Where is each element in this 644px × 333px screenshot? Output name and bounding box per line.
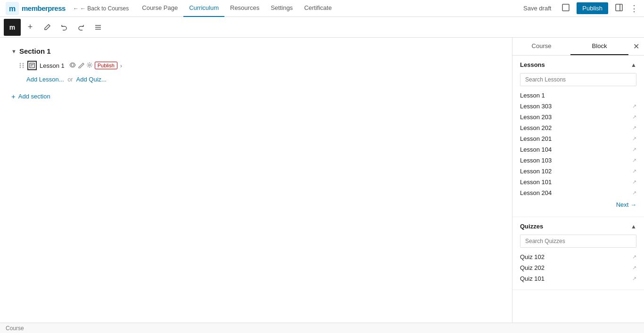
svg-point-10 bbox=[20, 65, 21, 66]
content-area: ▼ Section 1 Lesson 1 bbox=[0, 38, 512, 323]
add-lesson-link[interactable]: Add Lesson... bbox=[26, 76, 64, 83]
lesson-item-name: Lesson 101 bbox=[520, 179, 552, 186]
add-block-button[interactable]: + bbox=[23, 20, 38, 35]
panel-toggle-button[interactable] bbox=[612, 1, 626, 16]
external-link-icon: ↗ bbox=[632, 125, 636, 131]
lesson-item-8[interactable]: Lesson 102 ↗ bbox=[520, 166, 636, 177]
section-header: ▼ Section 1 bbox=[11, 47, 501, 55]
external-link-icon: ↗ bbox=[632, 103, 636, 109]
external-link-icon: ↗ bbox=[632, 146, 636, 153]
quiz-item-1[interactable]: Quiz 102 ↗ bbox=[520, 252, 636, 262]
lesson-more-button[interactable]: › bbox=[120, 62, 122, 69]
editor-toolbar: m + bbox=[0, 17, 644, 38]
lessons-section-header: Lessons ▲ bbox=[520, 61, 636, 68]
redo-button[interactable] bbox=[74, 20, 89, 35]
lesson-item-1[interactable]: Lesson 1 bbox=[520, 90, 636, 101]
quizzes-panel-section: Quizzes ▲ Quiz 102 ↗ Quiz 202 ↗ Quiz 101… bbox=[512, 217, 644, 290]
quiz-item-3[interactable]: Quiz 101 ↗ bbox=[520, 273, 636, 284]
svg-rect-14 bbox=[30, 63, 34, 68]
pencil-icon bbox=[43, 24, 51, 31]
quizzes-toggle-icon[interactable]: ▲ bbox=[631, 223, 636, 230]
back-link[interactable]: ← ← Back to Courses bbox=[73, 5, 129, 12]
panel-close-button[interactable]: ✕ bbox=[628, 38, 644, 55]
panel-body: Lessons ▲ Lesson 1 Lesson 303 ↗ Lesson 2… bbox=[512, 56, 644, 323]
search-lessons-input[interactable] bbox=[520, 73, 636, 86]
quiz-item-name: Quiz 101 bbox=[520, 275, 545, 282]
add-section-label: Add section bbox=[18, 93, 50, 100]
tab-curriculum[interactable]: Curriculum bbox=[183, 0, 224, 17]
lesson-item-5[interactable]: Lesson 201 ↗ bbox=[520, 133, 636, 144]
quiz-item-name: Quiz 102 bbox=[520, 253, 545, 260]
svg-point-11 bbox=[23, 65, 24, 66]
panel-header: Course Block ✕ bbox=[512, 38, 644, 56]
lesson-item-name: Lesson 303 bbox=[520, 103, 552, 110]
back-arrow-icon: ← bbox=[73, 5, 79, 12]
tab-course-page[interactable]: Course Page bbox=[136, 0, 183, 17]
preview-icon bbox=[561, 3, 570, 12]
lessons-toggle-icon[interactable]: ▲ bbox=[631, 62, 636, 68]
lesson-item-name: Lesson 1 bbox=[520, 92, 545, 99]
panel-tab-course[interactable]: Course bbox=[512, 38, 570, 55]
quiz-item-name: Quiz 202 bbox=[520, 264, 545, 271]
search-quizzes-input[interactable] bbox=[520, 235, 636, 248]
add-section-row[interactable]: + Add section bbox=[11, 92, 501, 100]
tools-button[interactable] bbox=[40, 20, 55, 35]
edit-icon[interactable] bbox=[78, 62, 84, 70]
lesson-item-2[interactable]: Lesson 303 ↗ bbox=[520, 101, 636, 112]
list-view-button[interactable] bbox=[91, 20, 106, 35]
list-icon bbox=[94, 24, 102, 31]
lesson-item-4[interactable]: Lesson 202 ↗ bbox=[520, 122, 636, 133]
lesson-item-name: Lesson 103 bbox=[520, 157, 552, 164]
preview-button[interactable] bbox=[559, 1, 573, 16]
more-options-button[interactable]: ⋮ bbox=[630, 3, 638, 14]
panel-icon bbox=[615, 3, 623, 12]
lesson-item-6[interactable]: Lesson 104 ↗ bbox=[520, 144, 636, 155]
view-icon[interactable] bbox=[69, 62, 76, 70]
block-inserter-button[interactable]: m bbox=[4, 19, 21, 36]
lesson-item-name: Lesson 102 bbox=[520, 168, 552, 175]
tab-certificate[interactable]: Certificate bbox=[298, 0, 338, 17]
lesson-item-name: Lesson 203 bbox=[520, 114, 552, 121]
lesson-item-name: Lesson 104 bbox=[520, 146, 552, 153]
save-draft-button[interactable]: Save draft bbox=[520, 3, 555, 14]
lesson-item-name: Lesson 204 bbox=[520, 189, 552, 196]
add-quiz-link[interactable]: Add Quiz... bbox=[76, 76, 107, 83]
undo-button[interactable] bbox=[57, 20, 72, 35]
lesson-item-10[interactable]: Lesson 204 ↗ bbox=[520, 187, 636, 198]
external-link-icon: ↗ bbox=[632, 254, 636, 260]
tab-resources[interactable]: Resources bbox=[224, 0, 265, 17]
undo-icon bbox=[60, 24, 68, 31]
svg-point-8 bbox=[20, 63, 21, 65]
lesson-action-icons: Publish bbox=[69, 62, 117, 70]
svg-point-18 bbox=[89, 64, 91, 66]
external-link-icon: ↗ bbox=[632, 168, 636, 174]
section-title: Section 1 bbox=[19, 47, 51, 55]
external-link-icon: ↗ bbox=[632, 114, 636, 120]
svg-point-13 bbox=[23, 67, 24, 68]
svg-point-17 bbox=[71, 64, 74, 66]
drag-handle[interactable] bbox=[19, 62, 25, 69]
status-bar: Course bbox=[0, 323, 644, 333]
lessons-next-link[interactable]: Next → bbox=[520, 198, 636, 211]
svg-rect-3 bbox=[616, 4, 622, 11]
publish-status-badge[interactable]: Publish bbox=[95, 62, 117, 69]
lesson-item-9[interactable]: Lesson 101 ↗ bbox=[520, 177, 636, 187]
add-section-plus-icon: + bbox=[11, 92, 16, 100]
settings-icon[interactable] bbox=[86, 62, 93, 70]
quizzes-section-header: Quizzes ▲ bbox=[520, 223, 636, 230]
lesson-item-3[interactable]: Lesson 203 ↗ bbox=[520, 112, 636, 122]
external-link-icon: ↗ bbox=[632, 157, 636, 163]
or-separator: or bbox=[67, 76, 73, 83]
section-toggle[interactable]: ▼ bbox=[11, 49, 17, 54]
svg-text:m: m bbox=[9, 5, 16, 13]
quiz-item-2[interactable]: Quiz 202 ↗ bbox=[520, 262, 636, 273]
right-panel: Course Block ✕ Lessons ▲ Lesson 1 Lesson… bbox=[512, 38, 644, 323]
tab-settings[interactable]: Settings bbox=[265, 0, 298, 17]
external-link-icon: ↗ bbox=[632, 179, 636, 185]
add-content-row: Add Lesson... or Add Quiz... bbox=[11, 74, 501, 85]
svg-point-9 bbox=[23, 63, 24, 65]
publish-button[interactable]: Publish bbox=[577, 2, 608, 14]
lesson-item-7[interactable]: Lesson 103 ↗ bbox=[520, 155, 636, 166]
logo-area: m memberpress bbox=[6, 2, 66, 15]
panel-tab-block[interactable]: Block bbox=[570, 38, 628, 55]
